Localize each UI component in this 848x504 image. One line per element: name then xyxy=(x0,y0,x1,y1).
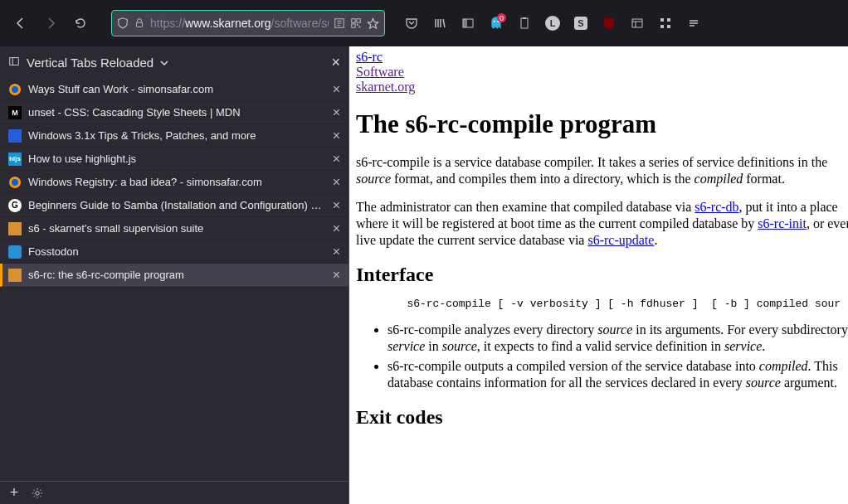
svg-rect-23 xyxy=(660,18,664,22)
breadcrumb-nav: s6-rc Software skarnet.org xyxy=(356,50,848,94)
svg-point-16 xyxy=(494,21,495,22)
tab-close-icon[interactable]: × xyxy=(333,152,340,167)
tab-label: unset - CSS: Cascading Style Sheets | MD… xyxy=(28,106,326,119)
vertical-tab[interactable]: GBeginners Guide to Samba (Installation … xyxy=(0,194,348,217)
link-s6rcinit[interactable]: s6-rc-init xyxy=(758,216,807,230)
settings-gear-icon[interactable] xyxy=(28,484,46,502)
tab-label: s6-rc: the s6-rc-compile program xyxy=(28,269,326,281)
tab-close-icon[interactable]: × xyxy=(333,175,340,190)
tab-list: Ways Stuff can Work - simonsafar.com×Mun… xyxy=(0,78,348,481)
tab-favicon xyxy=(8,245,22,259)
sidebar-switcher-icon[interactable] xyxy=(8,56,20,70)
tab-favicon xyxy=(8,176,22,189)
svg-line-13 xyxy=(443,19,445,27)
svg-rect-9 xyxy=(359,27,361,28)
svg-point-35 xyxy=(12,179,18,186)
interface-list: s6-rc-compile analyzes every directory s… xyxy=(387,322,848,391)
sidebar-header: Vertical Tabs Reloaded × xyxy=(0,46,348,78)
sidebar-title: Vertical Tabs Reloaded xyxy=(27,56,154,70)
tab-favicon: G xyxy=(8,199,22,212)
svg-point-36 xyxy=(36,491,39,494)
pocket-icon[interactable] xyxy=(400,12,423,35)
tab-label: Windows 3.1x Tips & Tricks, Patches, and… xyxy=(28,129,326,142)
overflow-menu-icon[interactable] xyxy=(682,12,705,35)
svg-rect-6 xyxy=(357,19,360,22)
tab-favicon: hljs xyxy=(8,153,22,166)
section-exit-codes-heading: Exit codes xyxy=(356,406,848,429)
tab-favicon xyxy=(8,83,22,96)
list-item: s6-rc-compile analyzes every directory s… xyxy=(387,322,848,355)
ublock-icon[interactable] xyxy=(597,12,621,35)
tab-close-icon[interactable]: × xyxy=(333,82,340,97)
tab-label: Beginners Guide to Samba (Installation a… xyxy=(28,199,326,211)
extension-dots-icon[interactable] xyxy=(654,12,677,35)
page-viewport[interactable]: s6-rc Software skarnet.org The s6-rc-com… xyxy=(349,46,848,504)
svg-rect-18 xyxy=(521,18,528,28)
tab-close-icon[interactable]: × xyxy=(333,105,340,120)
nav-link-skarnet[interactable]: skarnet.org xyxy=(356,80,415,94)
vertical-tab[interactable]: Fosstodon× xyxy=(0,240,348,264)
badge-count: 0 xyxy=(497,13,506,22)
svg-rect-20 xyxy=(632,19,642,27)
vertical-tab[interactable]: Ways Stuff can Work - simonsafar.com× xyxy=(0,78,348,101)
profile-l-icon[interactable]: L xyxy=(541,12,564,35)
url-text: https://www.skarnet.org/software/s6-rc/s… xyxy=(150,17,329,30)
qr-icon[interactable] xyxy=(350,17,362,29)
link-s6rcupdate[interactable]: s6-rc-update xyxy=(587,233,654,247)
reader-mode-icon[interactable] xyxy=(334,17,345,29)
tab-close-icon[interactable]: × xyxy=(333,198,340,213)
url-bar[interactable]: https://www.skarnet.org/software/s6-rc/s… xyxy=(111,10,385,36)
svg-rect-8 xyxy=(357,24,358,26)
reload-button[interactable] xyxy=(68,11,93,36)
svg-rect-26 xyxy=(667,25,670,28)
tab-close-icon[interactable]: × xyxy=(333,221,340,236)
nav-link-software[interactable]: Software xyxy=(356,65,404,80)
vertical-tab[interactable]: hljsHow to use highlight.js× xyxy=(0,148,348,171)
usage-synopsis: s6-rc-compile [ -v verbosity ] [ -h fdhu… xyxy=(387,298,848,310)
tab-favicon: M xyxy=(8,106,22,119)
back-button[interactable] xyxy=(8,11,33,36)
tab-close-icon[interactable]: × xyxy=(333,268,340,283)
link-s6rcdb[interactable]: s6-rc-db xyxy=(694,200,738,214)
forward-button[interactable] xyxy=(38,11,63,36)
tab-favicon xyxy=(8,269,22,282)
tab-close-icon[interactable]: × xyxy=(333,245,340,259)
clipboard-icon[interactable] xyxy=(513,12,536,35)
shield-icon xyxy=(117,17,129,29)
svg-rect-24 xyxy=(667,18,670,22)
svg-point-33 xyxy=(12,86,18,93)
tab-label: Fosstodon xyxy=(28,245,326,258)
list-item: s6-rc-compile outputs a compiled version… xyxy=(387,358,848,391)
svg-rect-7 xyxy=(352,24,355,27)
tab-label: Ways Stuff can Work - simonsafar.com xyxy=(28,83,326,95)
chevron-down-icon[interactable] xyxy=(160,56,168,70)
tab-label: How to use highlight.js xyxy=(28,153,326,165)
sidebar-close-icon[interactable]: × xyxy=(331,54,340,71)
extension-grid-icon[interactable] xyxy=(626,12,649,35)
tab-favicon xyxy=(8,129,22,143)
intro-para-2: The administrator can then examine that … xyxy=(356,199,848,249)
vertical-tab[interactable]: Windows Registry: a bad idea? - simonsaf… xyxy=(0,171,348,194)
tab-label: s6 - skarnet's small supervision suite xyxy=(28,222,326,235)
sidebar-toggle-icon[interactable] xyxy=(456,12,480,35)
section-interface-heading: Interface xyxy=(356,264,848,286)
sidebar-footer: + xyxy=(0,481,348,504)
vertical-tab[interactable]: Windows 3.1x Tips & Tricks, Patches, and… xyxy=(0,124,348,148)
svg-rect-5 xyxy=(352,19,355,22)
library-icon[interactable] xyxy=(428,12,451,35)
svg-rect-30 xyxy=(10,57,19,65)
extension-s-icon[interactable]: S xyxy=(569,12,592,35)
svg-rect-0 xyxy=(137,22,143,27)
vertical-tab[interactable]: s6-rc: the s6-rc-compile program× xyxy=(0,264,348,287)
tab-close-icon[interactable]: × xyxy=(333,128,340,143)
extension-ghost-icon[interactable]: 0 xyxy=(485,12,508,35)
vertical-tabs-sidebar: Vertical Tabs Reloaded × Ways Stuff can … xyxy=(0,46,349,504)
vertical-tab[interactable]: Munset - CSS: Cascading Style Sheets | M… xyxy=(0,101,348,124)
svg-rect-19 xyxy=(523,17,526,19)
nav-link-s6rc[interactable]: s6-rc xyxy=(356,50,383,65)
tab-favicon xyxy=(8,222,22,235)
lock-icon xyxy=(134,17,145,29)
vertical-tab[interactable]: s6 - skarnet's small supervision suite× xyxy=(0,217,348,240)
new-tab-button[interactable]: + xyxy=(5,484,23,502)
bookmark-star-icon[interactable] xyxy=(367,17,379,30)
